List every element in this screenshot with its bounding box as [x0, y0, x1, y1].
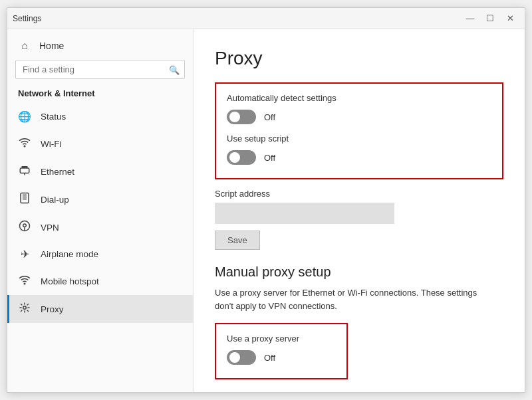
svg-point-9: [23, 306, 27, 310]
setup-script-toggle[interactable]: [227, 150, 256, 165]
window-controls: — ☐ ✕: [461, 11, 519, 26]
auto-detect-toggle-label: Off: [264, 112, 275, 122]
sidebar: ⌂ Home 🔍 Network & Internet 🌐 Status Wi-…: [7, 29, 194, 392]
sidebar-item-hotspot[interactable]: Mobile hotspot: [7, 267, 193, 295]
sidebar-item-label: Proxy: [41, 304, 64, 314]
proxy-icon: [18, 302, 31, 316]
sidebar-item-home[interactable]: ⌂ Home: [7, 29, 193, 60]
wifi-icon: [18, 136, 31, 151]
page-title: Proxy: [215, 48, 503, 69]
sidebar-item-label: Wi-Fi: [41, 139, 61, 149]
sidebar-item-airplane[interactable]: ✈ Airplane mode: [7, 241, 193, 267]
dialup-icon: [18, 192, 31, 207]
script-address-label: Script address: [215, 189, 503, 199]
auto-detect-toggle-row: Off: [227, 110, 491, 124]
sidebar-search[interactable]: 🔍: [15, 60, 185, 79]
sidebar-item-wifi[interactable]: Wi-Fi: [7, 130, 193, 157]
status-icon: 🌐: [18, 110, 31, 123]
sidebar-item-vpn[interactable]: VPN: [7, 213, 193, 241]
manual-proxy-description: Use a proxy server for Ethernet or Wi-Fi…: [215, 286, 494, 312]
sidebar-item-label: Ethernet: [41, 167, 74, 177]
svg-point-7: [23, 224, 27, 227]
close-button[interactable]: ✕: [501, 11, 519, 26]
sidebar-item-label: Status: [41, 112, 66, 122]
use-proxy-toggle-row: Off: [227, 350, 336, 365]
use-proxy-toggle[interactable]: [227, 350, 256, 365]
minimize-button[interactable]: —: [461, 11, 479, 26]
automatic-setup-section: Automatically detect settings Off Use se…: [215, 82, 503, 179]
sidebar-item-status[interactable]: 🌐 Status: [7, 104, 193, 130]
window-title: Settings: [13, 14, 41, 23]
manual-proxy-title: Manual proxy setup: [215, 264, 503, 280]
sidebar-item-ethernet[interactable]: Ethernet: [7, 157, 193, 185]
search-icon: 🔍: [169, 64, 180, 74]
toggle-thumb: [229, 352, 240, 363]
script-address-input[interactable]: [215, 203, 394, 224]
vpn-icon: [18, 220, 31, 235]
svg-rect-1: [20, 168, 29, 173]
settings-window: Settings — ☐ ✕ ⌂ Home 🔍 Network & Intern…: [7, 7, 525, 393]
sidebar-item-proxy[interactable]: Proxy: [7, 295, 193, 323]
use-proxy-title: Use a proxy server: [227, 334, 336, 344]
setup-script-toggle-label: Off: [264, 153, 275, 163]
sidebar-item-dialup[interactable]: Dial-up: [7, 185, 193, 213]
main-content: Proxy Automatically detect settings Off …: [194, 29, 525, 392]
use-proxy-toggle-label: Off: [264, 353, 275, 363]
auto-detect-title: Automatically detect settings: [227, 93, 491, 103]
svg-point-0: [24, 146, 25, 147]
setup-script-toggle-row: Off: [227, 150, 491, 165]
toggle-thumb: [229, 152, 240, 163]
save-button[interactable]: Save: [215, 231, 260, 250]
ethernet-icon: [18, 164, 31, 179]
sidebar-item-label: Dial-up: [41, 195, 69, 205]
use-proxy-section: Use a proxy server Off: [215, 323, 348, 379]
maximize-button[interactable]: ☐: [481, 11, 499, 26]
search-input[interactable]: [15, 60, 185, 79]
auto-detect-toggle[interactable]: [227, 110, 256, 124]
airplane-icon: ✈: [18, 248, 31, 260]
titlebar: Settings — ☐ ✕: [7, 8, 525, 29]
hotspot-icon: [18, 274, 31, 288]
sidebar-item-label: VPN: [41, 223, 59, 233]
sidebar-section-label: Network & Internet: [7, 88, 193, 104]
sidebar-item-label: Airplane mode: [41, 249, 98, 259]
home-icon: ⌂: [18, 40, 31, 52]
setup-script-title: Use setup script: [227, 134, 491, 144]
svg-point-8: [24, 283, 25, 284]
sidebar-home-label: Home: [39, 41, 64, 51]
content-area: ⌂ Home 🔍 Network & Internet 🌐 Status Wi-…: [7, 29, 525, 392]
toggle-thumb: [229, 112, 240, 122]
sidebar-item-label: Mobile hotspot: [41, 276, 99, 286]
